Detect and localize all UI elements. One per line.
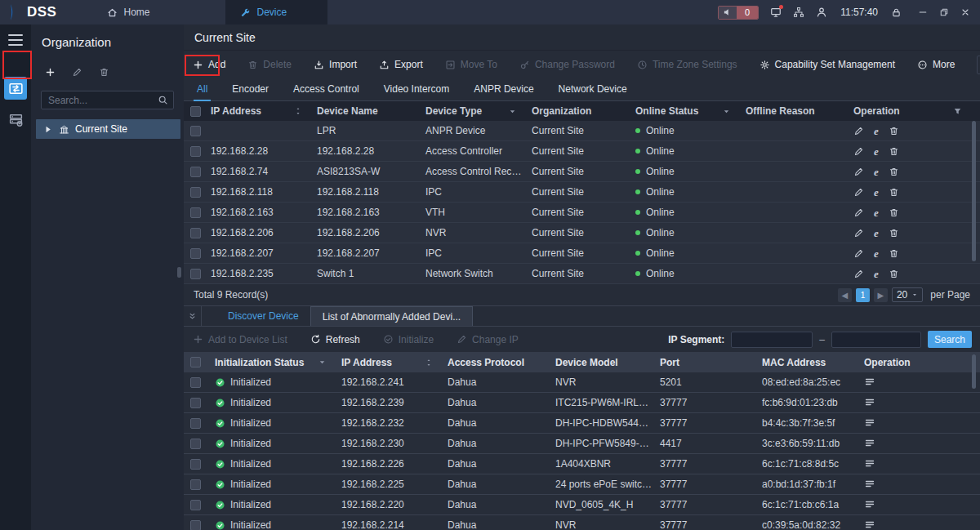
table-row[interactable]: Initialized 192.168.2.230 Dahua DH-IPC-P… [184,434,980,454]
sort-icon[interactable] [294,106,302,116]
details-list-icon[interactable] [864,438,875,449]
row-checkbox[interactable] [190,418,201,429]
edit-device-icon[interactable] [853,146,864,157]
device-table-scrollbar[interactable] [972,121,976,284]
page-size-select[interactable]: 20 [892,287,923,302]
row-checkbox[interactable] [190,377,201,388]
web-browser-icon[interactable]: e [874,228,879,238]
col-ip-address[interactable]: IP Address [335,357,441,368]
restore-button[interactable] [939,7,949,17]
delete-device-icon[interactable] [889,248,899,259]
col-device-type[interactable]: Device Type [419,105,525,117]
sitemap-button[interactable] [793,7,804,18]
tab-device[interactable]: Device [225,0,327,24]
hamburger-menu-button[interactable] [8,34,23,46]
table-row[interactable]: 192.168.2.118 192.168.2.118 IPC Current … [184,182,980,203]
row-checkbox[interactable] [190,207,201,218]
details-list-icon[interactable] [864,479,875,490]
row-checkbox[interactable] [190,248,201,259]
discover-table-scrollbar[interactable] [972,353,976,530]
tab-network-device[interactable]: Network Device [559,83,627,100]
lock-screen-button[interactable] [891,7,902,18]
caret-down-icon[interactable] [722,107,731,116]
event-center-button[interactable] [770,7,782,18]
table-row[interactable]: Initialized 192.168.2.241 Dahua NVR 5201… [184,372,980,393]
details-list-icon[interactable] [864,417,875,429]
table-row[interactable]: Initialized 192.168.2.220 Dahua NVD_0605… [184,495,980,515]
table-row[interactable]: 192.168.2.74 ASI8213SA-W Access Control … [184,162,980,182]
row-checkbox[interactable] [190,126,201,136]
device-search-input[interactable] [977,56,980,74]
edit-device-icon[interactable] [853,167,864,177]
filter-icon[interactable] [953,107,962,116]
table-row[interactable]: Initialized 192.168.2.226 Dahua 1A404XBN… [184,454,980,474]
row-checkbox[interactable] [190,167,201,177]
ip-segment-end-input[interactable] [831,332,921,348]
edit-device-icon[interactable] [853,228,864,238]
web-browser-icon[interactable]: e [874,187,879,198]
delete-device-button[interactable]: Delete [247,59,292,70]
row-checkbox[interactable] [190,398,201,408]
initialize-button[interactable]: Initialize [383,334,434,345]
web-browser-icon[interactable]: e [874,146,879,157]
edit-device-icon[interactable] [853,126,864,136]
row-checkbox[interactable] [190,500,201,510]
expand-caret-icon[interactable] [42,124,53,135]
ip-segment-start-input[interactable] [731,332,813,348]
details-list-icon[interactable] [864,519,875,530]
export-button[interactable]: Export [379,59,423,70]
edit-device-icon[interactable] [853,269,864,279]
capability-set-button[interactable]: Capability Set Management [760,59,895,70]
edit-device-icon[interactable] [853,248,864,259]
edit-device-icon[interactable] [853,187,864,198]
table-row[interactable]: 192.168.2.207 192.168.2.207 IPC Current … [184,243,980,264]
web-browser-icon[interactable]: e [874,126,879,136]
col-online-status[interactable]: Online Status [629,105,739,117]
table-row[interactable]: 192.168.2.28 192.168.2.28 Access Control… [184,141,980,162]
details-list-icon[interactable] [864,458,875,470]
change-password-button[interactable]: Change Password [519,59,615,70]
row-checkbox[interactable] [190,459,201,470]
details-list-icon[interactable] [864,499,875,510]
row-checkbox[interactable] [190,520,201,530]
close-button[interactable] [960,7,970,17]
rail-item-device-org[interactable] [4,77,27,100]
web-browser-icon[interactable]: e [874,167,879,177]
refresh-button[interactable]: Refresh [310,334,360,345]
next-page-button[interactable]: ▶ [874,288,888,302]
delete-device-icon[interactable] [889,146,899,157]
tab-video-intercom[interactable]: Video Intercom [384,83,450,100]
table-row[interactable]: Initialized 192.168.2.225 Dahua 24 ports… [184,474,980,495]
tab-anpr-device[interactable]: ANPR Device [474,83,533,100]
delete-device-icon[interactable] [889,207,899,218]
caret-down-icon[interactable] [318,358,327,367]
table-row[interactable]: Initialized 192.168.2.232 Dahua DH-IPC-H… [184,413,980,434]
web-browser-icon[interactable]: e [874,207,879,218]
select-all-checkbox[interactable] [190,106,201,117]
delete-device-icon[interactable] [889,228,899,238]
row-checkbox[interactable] [190,187,201,198]
details-list-icon[interactable] [864,376,875,388]
col-ip-address[interactable]: IP Address [204,105,310,117]
current-page-button[interactable]: 1 [856,288,870,302]
segment-search-button[interactable]: Search [928,331,972,348]
delete-device-icon[interactable] [889,269,899,279]
alarm-counter[interactable]: 0 [718,6,759,20]
tab-access-control[interactable]: Access Control [293,83,359,100]
delete-device-icon[interactable] [889,126,899,136]
tab-encoder[interactable]: Encoder [232,83,269,100]
add-org-button[interactable] [42,64,58,80]
web-browser-icon[interactable]: e [874,248,879,259]
table-row[interactable]: 192.168.2.206 192.168.2.206 NVR Current … [184,223,980,243]
row-checkbox[interactable] [190,479,201,490]
user-button[interactable] [816,7,827,18]
move-to-button[interactable]: Move To [445,59,497,70]
time-zone-settings-button[interactable]: Time Zone Settings [637,59,737,70]
row-checkbox[interactable] [190,439,201,449]
sort-icon[interactable] [425,358,433,367]
table-row[interactable]: Initialized 192.168.2.239 Dahua ITC215-P… [184,393,980,413]
row-checkbox[interactable] [190,146,201,157]
add-device-button[interactable]: Add [193,59,225,70]
change-ip-button[interactable]: Change IP [457,334,519,345]
delete-device-icon[interactable] [889,167,899,177]
